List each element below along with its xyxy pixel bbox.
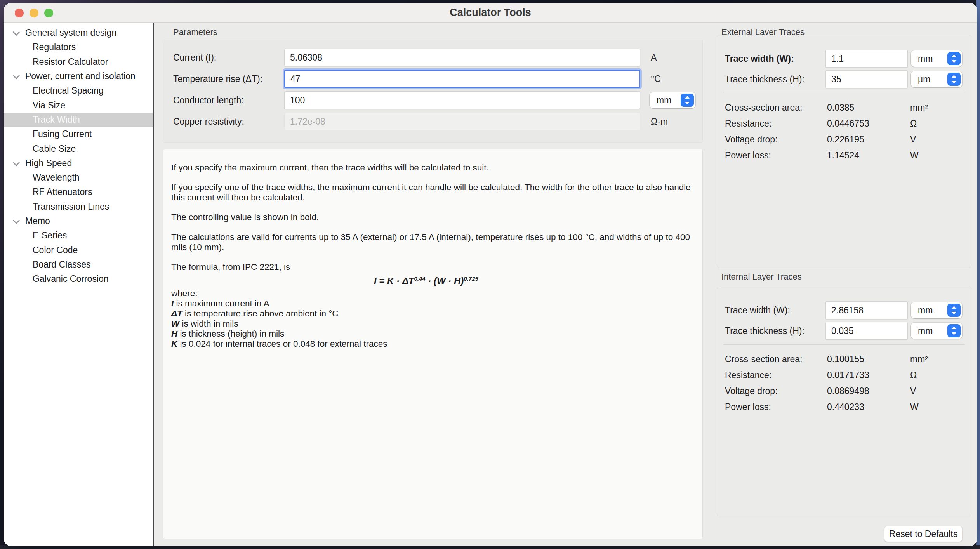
result-unit: Ω xyxy=(910,118,917,129)
external-trace-thickness-input[interactable] xyxy=(825,70,908,88)
chevron-down-icon[interactable] xyxy=(13,72,20,79)
sidebar-item-label: Via Size xyxy=(33,100,65,111)
where-label: where: xyxy=(171,288,693,299)
external-trace-width-unit-select[interactable]: mm xyxy=(911,50,962,67)
result-label: Voltage drop: xyxy=(725,386,778,396)
formula-legend: where: I is maximum current in A ΔT is t… xyxy=(171,288,693,349)
calculator-tree-sidebar: General system design Regulators Resisto… xyxy=(4,23,154,546)
result-value: 0.0385 xyxy=(827,103,854,113)
result-value: 0.226195 xyxy=(827,134,864,145)
current-unit-label: A xyxy=(651,52,657,63)
sidebar-item-rf-attenuators[interactable]: RF Attenuators xyxy=(4,185,153,199)
legend-line: I is maximum current in A xyxy=(171,299,693,309)
selected-unit: mm xyxy=(918,326,933,336)
internal-trace-width-label: Trace width (W): xyxy=(725,305,790,316)
internal-trace-thickness-input[interactable] xyxy=(825,322,908,340)
sidebar-item-general-system-design[interactable]: General system design xyxy=(4,26,153,40)
title-bar: Calculator Tools xyxy=(4,3,977,23)
result-unit: W xyxy=(910,402,919,412)
temperature-rise-input[interactable] xyxy=(284,70,640,88)
temperature-rise-label: Temperature rise (ΔT): xyxy=(173,74,262,84)
result-label: Resistance: xyxy=(725,118,771,129)
result-value: 0.0171733 xyxy=(827,370,869,380)
conductor-length-unit-select[interactable]: mm xyxy=(650,92,695,108)
current-input[interactable] xyxy=(284,49,640,66)
external-layer-traces-box: Trace width (W): mm Trace thickness (H):… xyxy=(717,35,971,268)
stepper-icon xyxy=(947,52,961,65)
calculator-tools-window: Calculator Tools General system design R… xyxy=(4,3,977,546)
external-trace-thickness-unit-select[interactable]: µm xyxy=(911,71,962,87)
divider xyxy=(723,93,965,93)
external-trace-width-input[interactable] xyxy=(825,50,908,68)
result-value: 0.440233 xyxy=(827,402,864,412)
chevron-down-icon[interactable] xyxy=(13,159,20,166)
sidebar-item-label: RF Attenuators xyxy=(33,187,92,197)
ipc-2221-formula: I = K · ΔT0.44 · (W · H)0.725 xyxy=(374,274,693,286)
sidebar-item-label: Power, current and isolation xyxy=(25,71,136,82)
sidebar-item-electrical-spacing[interactable]: Electrical Spacing xyxy=(4,83,153,98)
internal-trace-thickness-unit-select[interactable]: mm xyxy=(911,323,962,339)
selected-unit: µm xyxy=(918,74,930,85)
result-value: 0.100155 xyxy=(827,354,864,365)
result-label: Cross-section area: xyxy=(725,354,802,365)
sidebar-item-label: Fusing Current xyxy=(33,129,92,139)
stepper-icon xyxy=(681,94,694,107)
sidebar-item-label: Wavelength xyxy=(33,172,80,183)
result-label: Power loss: xyxy=(725,402,771,412)
result-unit: mm² xyxy=(910,354,928,365)
reset-to-defaults-button[interactable]: Reset to Defaults xyxy=(884,526,963,542)
result-value: 0.0446753 xyxy=(827,118,869,129)
sidebar-item-e-series[interactable]: E-Series xyxy=(4,228,153,243)
result-label: Cross-section area: xyxy=(725,103,802,113)
sidebar-item-label: Board Classes xyxy=(33,259,91,270)
external-trace-width-label: Trace width (W): xyxy=(725,54,794,64)
external-trace-thickness-label: Trace thickness (H): xyxy=(725,74,805,85)
sidebar-item-resistor-calculator[interactable]: Resistor Calculator xyxy=(4,55,153,69)
copper-resistivity-input xyxy=(284,113,640,130)
conductor-length-input[interactable] xyxy=(284,91,640,109)
sidebar-item-high-speed[interactable]: High Speed xyxy=(4,156,153,170)
help-text-box: If you specify the maximum current, then… xyxy=(163,149,703,539)
sidebar-item-memo[interactable]: Memo xyxy=(4,214,153,228)
parameters-section-title: Parameters xyxy=(173,27,217,37)
divider xyxy=(723,344,965,345)
chevron-down-icon[interactable] xyxy=(13,29,20,36)
result-label: Resistance: xyxy=(725,370,771,380)
conductor-length-label: Conductor length: xyxy=(173,95,244,106)
sidebar-item-wavelength[interactable]: Wavelength xyxy=(4,170,153,185)
sidebar-item-galvanic-corrosion[interactable]: Galvanic Corrosion xyxy=(4,272,153,286)
sidebar-item-cable-size[interactable]: Cable Size xyxy=(4,141,153,156)
legend-line: H is thickness (height) in mils xyxy=(171,329,693,339)
selected-unit: mm xyxy=(918,305,933,316)
result-label: Power loss: xyxy=(725,150,771,161)
legend-line: ΔT is temperature rise above ambient in … xyxy=(171,309,693,319)
sidebar-item-regulators[interactable]: Regulators xyxy=(4,40,153,54)
zoom-button[interactable] xyxy=(44,9,53,17)
sidebar-item-label: E-Series xyxy=(33,230,67,241)
close-button[interactable] xyxy=(15,9,24,17)
stepper-icon xyxy=(947,73,961,86)
sidebar-item-board-classes[interactable]: Board Classes xyxy=(4,257,153,272)
copper-resistivity-unit-label: Ω·m xyxy=(651,116,668,127)
internal-trace-width-input[interactable] xyxy=(825,301,908,319)
help-paragraph: If you specify the maximum current, then… xyxy=(171,163,693,173)
stepper-icon xyxy=(947,324,961,337)
sidebar-item-fusing-current[interactable]: Fusing Current xyxy=(4,127,153,141)
track-width-main-panel: Parameters Current (I): A Temperature ri… xyxy=(154,23,711,546)
sidebar-item-label: Memo xyxy=(25,216,50,226)
sidebar-item-via-size[interactable]: Via Size xyxy=(4,98,153,112)
sidebar-item-color-code[interactable]: Color Code xyxy=(4,243,153,257)
sidebar-item-label: Cable Size xyxy=(33,144,76,154)
chevron-down-icon[interactable] xyxy=(13,217,20,224)
sidebar-item-label: Track Width xyxy=(33,115,80,125)
sidebar-item-label: Electrical Spacing xyxy=(33,85,104,96)
selected-unit: mm xyxy=(918,54,933,64)
internal-trace-width-unit-select[interactable]: mm xyxy=(911,302,962,318)
sidebar-item-track-width[interactable]: Track Width xyxy=(4,113,153,127)
minimize-button[interactable] xyxy=(30,9,38,17)
internal-trace-thickness-label: Trace thickness (H): xyxy=(725,326,805,336)
help-paragraph: The calculations are valid for currents … xyxy=(171,232,693,252)
results-panel: External Layer Traces Trace width (W): m… xyxy=(711,23,977,546)
sidebar-item-power-current-isolation[interactable]: Power, current and isolation xyxy=(4,69,153,83)
sidebar-item-transmission-lines[interactable]: Transmission Lines xyxy=(4,200,153,214)
